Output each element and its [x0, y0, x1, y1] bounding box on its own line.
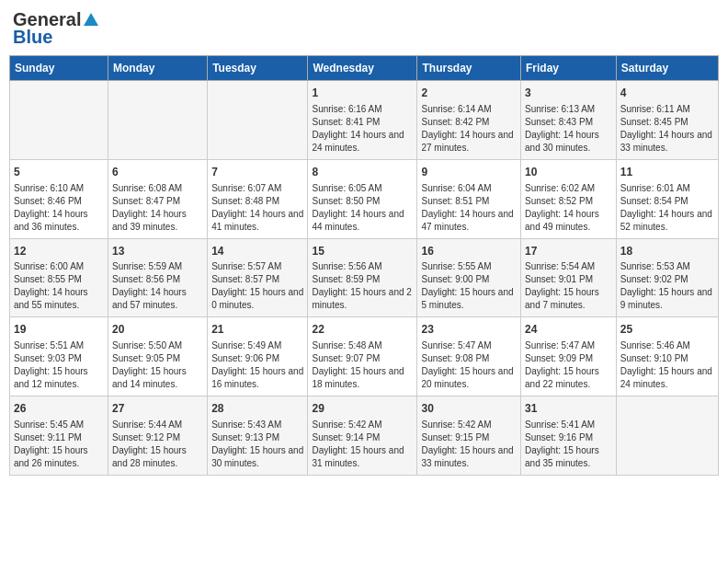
day-number: 7 — [211, 165, 303, 180]
day-number: 2 — [421, 86, 517, 101]
sunset-text: Sunset: 9:12 PM — [112, 432, 180, 442]
logo: General Blue — [13, 9, 100, 48]
day-cell: 11Sunrise: 6:01 AMSunset: 8:54 PMDayligh… — [616, 159, 718, 238]
day-cell: 15Sunrise: 5:56 AMSunset: 8:59 PMDayligh… — [308, 238, 417, 317]
day-number: 8 — [312, 165, 413, 180]
day-cell: 16Sunrise: 5:55 AMSunset: 9:00 PMDayligh… — [417, 238, 521, 317]
daylight-text: Daylight: 14 hours and 30 minutes. — [525, 130, 599, 153]
daylight-text: Daylight: 15 hours and 24 minutes. — [620, 366, 712, 389]
sunset-text: Sunset: 9:03 PM — [14, 353, 82, 363]
day-cell: 3Sunrise: 6:13 AMSunset: 8:43 PMDaylight… — [521, 81, 617, 160]
daylight-text: Daylight: 14 hours and 36 minutes. — [14, 209, 88, 232]
sunset-text: Sunset: 8:50 PM — [312, 196, 380, 206]
day-cell: 26Sunrise: 5:45 AMSunset: 9:11 PMDayligh… — [10, 396, 108, 476]
day-cell — [108, 81, 208, 160]
day-cell: 31Sunrise: 5:41 AMSunset: 9:16 PMDayligh… — [521, 396, 617, 476]
day-number: 26 — [14, 401, 104, 417]
sunrise-text: Sunrise: 5:56 AM — [312, 261, 381, 271]
sunrise-text: Sunrise: 6:01 AM — [620, 183, 690, 193]
day-cell: 19Sunrise: 5:51 AMSunset: 9:03 PMDayligh… — [10, 317, 108, 396]
sunrise-text: Sunrise: 5:50 AM — [112, 340, 182, 350]
sunrise-text: Sunrise: 5:43 AM — [211, 419, 281, 430]
sunset-text: Sunset: 9:01 PM — [525, 274, 593, 284]
day-cell: 23Sunrise: 5:47 AMSunset: 9:08 PMDayligh… — [417, 317, 521, 396]
sunrise-text: Sunrise: 5:47 AM — [421, 340, 491, 350]
daylight-text: Daylight: 14 hours and 33 minutes. — [620, 130, 712, 153]
daylight-text: Daylight: 14 hours and 24 minutes. — [312, 130, 404, 153]
sunrise-text: Sunrise: 6:14 AM — [421, 104, 491, 114]
daylight-text: Daylight: 15 hours and 28 minutes. — [112, 445, 187, 468]
sunrise-text: Sunrise: 5:57 AM — [211, 261, 281, 271]
sunrise-text: Sunrise: 5:48 AM — [312, 340, 381, 350]
day-cell: 21Sunrise: 5:49 AMSunset: 9:06 PMDayligh… — [208, 317, 308, 396]
calendar-table: SundayMondayTuesdayWednesdayThursdayFrid… — [9, 55, 719, 476]
sunset-text: Sunset: 9:14 PM — [312, 432, 380, 442]
logo-icon — [82, 11, 100, 29]
sunset-text: Sunset: 9:15 PM — [421, 432, 489, 442]
day-cell — [616, 396, 718, 476]
daylight-text: Daylight: 15 hours and 35 minutes. — [525, 445, 599, 468]
daylight-text: Daylight: 15 hours and 31 minutes. — [312, 445, 404, 468]
day-cell: 10Sunrise: 6:02 AMSunset: 8:52 PMDayligh… — [521, 159, 617, 238]
column-header-thursday: Thursday — [417, 56, 521, 81]
day-cell: 18Sunrise: 5:53 AMSunset: 9:02 PMDayligh… — [616, 238, 718, 317]
daylight-text: Daylight: 14 hours and 49 minutes. — [525, 209, 599, 232]
daylight-text: Daylight: 14 hours and 41 minutes. — [211, 209, 303, 232]
daylight-text: Daylight: 15 hours and 33 minutes. — [421, 445, 513, 468]
sunset-text: Sunset: 8:55 PM — [14, 274, 82, 284]
day-number: 31 — [525, 401, 612, 417]
week-row-2: 5Sunrise: 6:10 AMSunset: 8:46 PMDaylight… — [10, 159, 719, 238]
sunset-text: Sunset: 8:52 PM — [525, 196, 593, 206]
day-cell: 7Sunrise: 6:07 AMSunset: 8:48 PMDaylight… — [208, 159, 308, 238]
day-number: 20 — [112, 322, 203, 338]
sunset-text: Sunset: 9:11 PM — [14, 432, 82, 442]
day-number: 17 — [525, 244, 612, 259]
day-cell: 22Sunrise: 5:48 AMSunset: 9:07 PMDayligh… — [308, 317, 417, 396]
daylight-text: Daylight: 14 hours and 47 minutes. — [421, 209, 513, 232]
sunset-text: Sunset: 9:06 PM — [211, 353, 279, 363]
daylight-text: Daylight: 15 hours and 7 minutes. — [525, 287, 599, 310]
sunrise-text: Sunrise: 5:41 AM — [525, 419, 595, 430]
day-number: 9 — [421, 165, 517, 180]
day-cell: 17Sunrise: 5:54 AMSunset: 9:01 PMDayligh… — [521, 238, 617, 317]
day-cell: 5Sunrise: 6:10 AMSunset: 8:46 PMDaylight… — [10, 159, 108, 238]
sunrise-text: Sunrise: 6:13 AM — [525, 104, 595, 114]
sunrise-text: Sunrise: 5:51 AM — [14, 340, 84, 350]
sunrise-text: Sunrise: 5:46 AM — [620, 340, 690, 350]
daylight-text: Daylight: 15 hours and 16 minutes. — [211, 366, 303, 389]
sunrise-text: Sunrise: 6:02 AM — [525, 183, 595, 193]
day-number: 3 — [525, 86, 612, 101]
sunrise-text: Sunrise: 6:08 AM — [112, 183, 182, 193]
sunrise-text: Sunrise: 5:42 AM — [421, 419, 491, 430]
day-number: 29 — [312, 401, 413, 417]
day-cell — [208, 81, 308, 160]
sunset-text: Sunset: 9:02 PM — [620, 274, 688, 284]
daylight-text: Daylight: 15 hours and 2 minutes. — [312, 287, 411, 310]
sunset-text: Sunset: 8:41 PM — [312, 117, 380, 127]
daylight-text: Daylight: 14 hours and 52 minutes. — [620, 209, 712, 232]
sunset-text: Sunset: 9:10 PM — [620, 353, 688, 363]
day-number: 25 — [620, 322, 714, 338]
sunrise-text: Sunrise: 6:04 AM — [421, 183, 491, 193]
sunset-text: Sunset: 9:13 PM — [211, 432, 279, 442]
week-row-3: 12Sunrise: 6:00 AMSunset: 8:55 PMDayligh… — [10, 238, 719, 317]
sunrise-text: Sunrise: 6:00 AM — [14, 261, 84, 271]
header-row: SundayMondayTuesdayWednesdayThursdayFrid… — [10, 56, 719, 81]
day-number: 4 — [620, 86, 714, 101]
sunset-text: Sunset: 8:45 PM — [620, 117, 688, 127]
day-cell — [10, 81, 108, 160]
day-cell: 30Sunrise: 5:42 AMSunset: 9:15 PMDayligh… — [417, 396, 521, 476]
sunset-text: Sunset: 8:46 PM — [14, 196, 82, 206]
sunrise-text: Sunrise: 6:05 AM — [312, 183, 381, 193]
day-cell: 4Sunrise: 6:11 AMSunset: 8:45 PMDaylight… — [616, 81, 718, 160]
day-number: 15 — [312, 244, 413, 259]
day-cell: 12Sunrise: 6:00 AMSunset: 8:55 PMDayligh… — [10, 238, 108, 317]
week-row-1: 1Sunrise: 6:16 AMSunset: 8:41 PMDaylight… — [10, 81, 719, 160]
daylight-text: Daylight: 15 hours and 0 minutes. — [211, 287, 303, 310]
day-cell: 20Sunrise: 5:50 AMSunset: 9:05 PMDayligh… — [108, 317, 208, 396]
sunset-text: Sunset: 9:16 PM — [525, 432, 593, 442]
daylight-text: Daylight: 15 hours and 9 minutes. — [620, 287, 712, 310]
day-number: 14 — [211, 244, 303, 259]
daylight-text: Daylight: 15 hours and 30 minutes. — [211, 445, 303, 468]
daylight-text: Daylight: 14 hours and 27 minutes. — [421, 130, 513, 153]
